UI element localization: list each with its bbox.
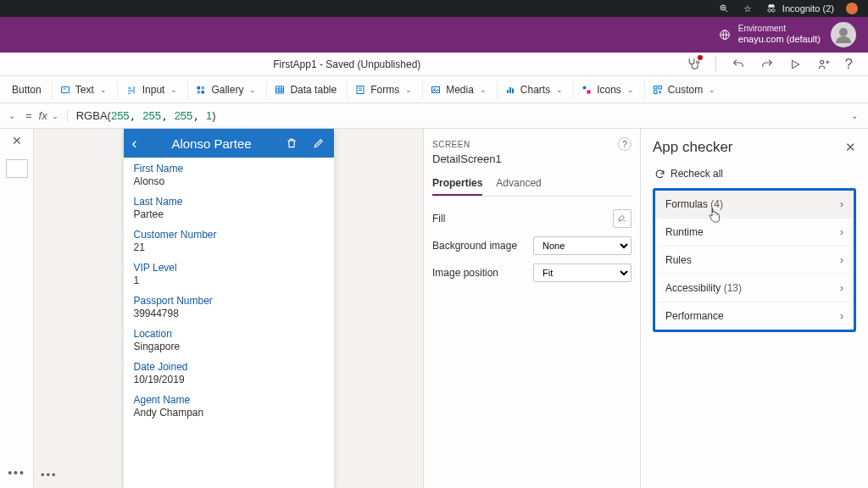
datatable-icon bbox=[274, 85, 286, 95]
incognito-label: Incognito (2) bbox=[782, 3, 834, 14]
field-label: Location bbox=[134, 328, 324, 340]
browser-chrome: ☆ Incognito (2) bbox=[0, 0, 868, 17]
ribbon-icons[interactable]: Icons⌄ bbox=[573, 80, 641, 99]
detail-field: First NameAlonso bbox=[124, 158, 334, 191]
ribbon-charts[interactable]: Charts⌄ bbox=[497, 80, 570, 99]
field-value: Alonso bbox=[134, 175, 324, 187]
ribbon-text-label: Text bbox=[75, 84, 94, 96]
redo-icon[interactable] bbox=[760, 58, 774, 71]
svg-rect-39 bbox=[587, 90, 591, 93]
screen-heading: SCREEN bbox=[432, 140, 470, 149]
zoom-icon[interactable] bbox=[718, 3, 730, 14]
cat-accessibility[interactable]: Accessibility (13) › bbox=[655, 274, 854, 302]
play-icon[interactable] bbox=[789, 58, 801, 70]
ribbon-button[interactable]: Button bbox=[5, 80, 48, 99]
forms-icon bbox=[354, 85, 366, 95]
ribbon-media[interactable]: Media⌄ bbox=[422, 80, 493, 99]
prop-fill-value[interactable] bbox=[613, 209, 632, 228]
charts-icon bbox=[504, 85, 516, 95]
cat-performance[interactable]: Performance › bbox=[655, 302, 854, 330]
help-icon[interactable]: ? bbox=[845, 56, 853, 73]
field-label: Last Name bbox=[134, 196, 324, 208]
detail-field: Customer Number21 bbox=[124, 224, 334, 257]
media-icon bbox=[430, 85, 442, 95]
back-icon[interactable]: ‹ bbox=[132, 135, 137, 152]
prop-imgpos-label: Image position bbox=[432, 267, 498, 279]
cat-formulas[interactable]: Formulas (4) › bbox=[655, 191, 854, 219]
field-value: Andy Champan bbox=[134, 406, 324, 419]
more-icon[interactable]: ••• bbox=[8, 466, 25, 480]
field-value: Singapore bbox=[134, 340, 324, 352]
app-checker-pane: App checker ✕ Recheck all Formulas (4) ›… bbox=[641, 129, 868, 488]
text-icon bbox=[59, 85, 71, 95]
star-icon[interactable]: ☆ bbox=[742, 3, 754, 14]
tab-advanced[interactable]: Advanced bbox=[496, 174, 541, 196]
input-icon bbox=[125, 85, 138, 95]
chevron-right-icon: › bbox=[840, 282, 843, 294]
svg-marker-11 bbox=[792, 60, 798, 68]
property-selector[interactable]: ⌄ bbox=[5, 111, 19, 120]
ribbon-text[interactable]: Text⌄ bbox=[52, 80, 114, 99]
environment-bar: Environment enayu.com (default) bbox=[0, 17, 868, 53]
svg-rect-41 bbox=[659, 86, 662, 89]
prop-bgimage-select[interactable]: None bbox=[533, 236, 632, 255]
svg-rect-15 bbox=[61, 86, 69, 92]
field-label: First Name bbox=[134, 163, 324, 175]
delete-icon[interactable] bbox=[286, 137, 298, 149]
detail-form-preview[interactable]: ‹ Alonso Partee First NameAlonsoLast Nam… bbox=[124, 129, 334, 488]
tab-properties[interactable]: Properties bbox=[432, 174, 482, 196]
properties-pane: SCREEN ? DetailScreen1 Properties Advanc… bbox=[424, 129, 641, 488]
svg-rect-25 bbox=[276, 86, 284, 93]
prop-imgpos-select[interactable]: Fit bbox=[533, 263, 632, 282]
ribbon-forms[interactable]: Forms⌄ bbox=[347, 80, 419, 99]
undo-icon[interactable] bbox=[732, 58, 745, 71]
field-value: 1 bbox=[134, 274, 324, 286]
info-icon[interactable]: ? bbox=[618, 137, 632, 151]
ribbon-datatable-label: Data table bbox=[290, 84, 337, 96]
formula-input[interactable]: RGBA(255, 255, 255, 1) bbox=[68, 109, 846, 122]
form-header: ‹ Alonso Partee bbox=[124, 129, 334, 158]
share-icon[interactable] bbox=[816, 58, 830, 71]
svg-line-1 bbox=[725, 10, 727, 13]
svg-rect-40 bbox=[654, 86, 657, 89]
workspace: ✕ ••• ‹ Alonso Partee First NameAlonsoLa… bbox=[0, 129, 868, 488]
detail-field: Agent NameAndy Champan bbox=[124, 389, 334, 422]
detail-field: Last NamePartee bbox=[124, 191, 334, 224]
formula-expand[interactable]: ⌄ bbox=[846, 111, 863, 120]
custom-icon bbox=[652, 85, 664, 95]
svg-rect-22 bbox=[202, 86, 205, 90]
chevron-right-icon: › bbox=[840, 226, 843, 238]
edit-icon[interactable] bbox=[313, 137, 325, 149]
recheck-all[interactable]: Recheck all bbox=[653, 164, 856, 188]
ribbon-gallery-label: Gallery bbox=[211, 84, 243, 96]
environment-value: enayu.com (default) bbox=[738, 34, 821, 45]
cat-runtime[interactable]: Runtime › bbox=[655, 219, 854, 247]
svg-rect-36 bbox=[509, 87, 511, 93]
profile-dot-icon[interactable] bbox=[846, 3, 858, 14]
avatar[interactable] bbox=[831, 22, 856, 47]
close-checker-icon[interactable]: ✕ bbox=[845, 140, 856, 155]
ribbon-custom[interactable]: Custom⌄ bbox=[644, 80, 722, 99]
chevron-right-icon: › bbox=[840, 254, 843, 266]
incognito-badge: Incognito (2) bbox=[765, 3, 834, 14]
ribbon-gallery[interactable]: Gallery⌄ bbox=[187, 80, 263, 99]
field-value: Partee bbox=[134, 208, 324, 220]
ribbon-input[interactable]: Input⌄ bbox=[117, 80, 185, 99]
app-checker-icon[interactable] bbox=[686, 57, 700, 71]
svg-rect-24 bbox=[202, 91, 205, 94]
app-checker-title: App checker bbox=[653, 139, 733, 156]
detail-field: VIP Level1 bbox=[124, 257, 334, 290]
tree-thumb[interactable] bbox=[6, 159, 28, 178]
svg-rect-21 bbox=[198, 86, 201, 90]
checker-categories: Formulas (4) › Runtime › Rules › Accessi… bbox=[653, 188, 856, 332]
field-value: 10/19/2019 bbox=[134, 373, 324, 385]
form-title: Alonso Partee bbox=[171, 136, 251, 151]
chevron-right-icon: › bbox=[840, 198, 843, 210]
ribbon-datatable[interactable]: Data table bbox=[266, 80, 343, 99]
svg-point-4 bbox=[768, 9, 771, 12]
canvas-more[interactable]: ••• bbox=[41, 469, 58, 481]
cat-rules[interactable]: Rules › bbox=[655, 247, 854, 274]
close-icon[interactable]: ✕ bbox=[12, 134, 22, 147]
formula-bar: ⌄ = fx⌄ RGBA(255, 255, 255, 1) ⌄ bbox=[0, 103, 868, 129]
equals-icon: = bbox=[19, 109, 39, 122]
